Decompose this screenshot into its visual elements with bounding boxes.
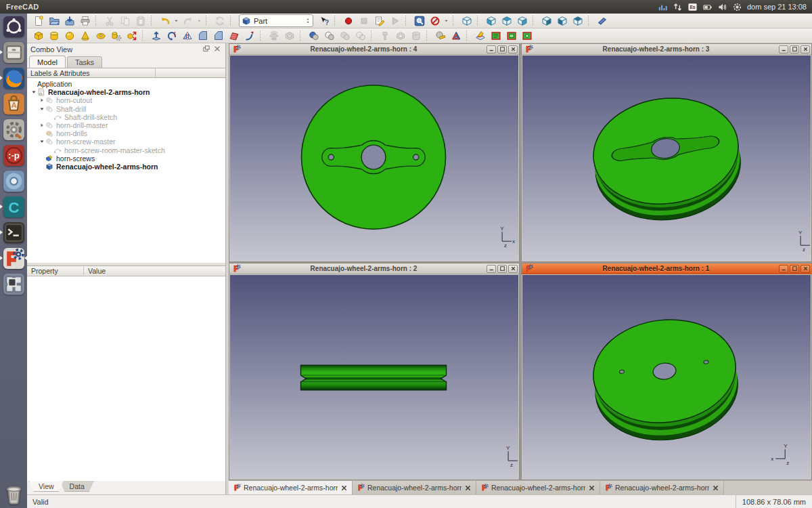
launcher-item-terminal-app[interactable] — [0, 219, 27, 245]
viewport-3d-front[interactable]: Y x z — [230, 56, 518, 261]
maximize-button[interactable] — [497, 45, 507, 54]
join-cutout-button[interactable] — [408, 29, 424, 43]
simple-copy-button[interactable] — [503, 29, 519, 43]
property-table-body[interactable] — [27, 277, 225, 481]
macro-play-button[interactable] — [387, 14, 403, 28]
tree-item-renacuajo-wheel-2-arms-horn[interactable]: Renacuajo-wheel-2-arms-horn — [27, 163, 225, 171]
launcher-item-files-app[interactable] — [0, 39, 27, 65]
launcher-item-dash-home[interactable] — [0, 14, 27, 39]
minimize-button[interactable] — [487, 265, 496, 273]
system-monitor-icon[interactable] — [658, 2, 668, 12]
macro-stop-button[interactable] — [356, 14, 371, 28]
primitive-sphere-button[interactable] — [62, 29, 77, 43]
tab-close-icon[interactable] — [712, 484, 719, 492]
document-tab-4[interactable]: Renacuajo-wheel-2-arms-horn : 4 — [600, 481, 724, 494]
document-tab-2[interactable]: Renacuajo-wheel-2-arms-horn : 2 — [353, 481, 476, 494]
refresh-button[interactable] — [212, 14, 227, 28]
minimize-button[interactable] — [779, 45, 788, 54]
shape-builder-button[interactable] — [124, 29, 139, 43]
tab-data[interactable]: Data — [60, 481, 94, 492]
document-tab-3[interactable]: Renacuajo-wheel-2-arms-horn : 3 — [476, 481, 600, 494]
macro-record-button[interactable] — [340, 14, 356, 28]
minimize-button[interactable] — [779, 265, 788, 273]
tree-collapsed-arrow-icon[interactable] — [38, 97, 45, 104]
sweep-button[interactable] — [242, 29, 257, 43]
tree-expanded-arrow-icon[interactable] — [38, 138, 45, 145]
tab-close-icon[interactable] — [588, 484, 595, 492]
loft-button[interactable] — [266, 29, 281, 43]
tree-item-shaft-drill-sketch[interactable]: Shaft-drill-sketch — [27, 113, 225, 121]
extrude-button[interactable] — [148, 29, 164, 43]
tree-collapsed-arrow-icon[interactable] — [38, 122, 45, 129]
offset-button[interactable] — [281, 29, 297, 43]
launcher-item-chat-app[interactable]: :-p — [0, 142, 27, 168]
new-document-button[interactable] — [30, 14, 46, 28]
redo-menu-icon[interactable] — [196, 14, 203, 28]
battery-icon[interactable] — [702, 2, 713, 12]
tab-close-icon[interactable] — [464, 484, 472, 492]
window-titlebar[interactable]: Renacuajo-wheel-2-arms-horn : 2 — [229, 263, 519, 274]
macro-edit-button[interactable] — [371, 14, 387, 28]
bool-cut-button[interactable] — [321, 29, 337, 43]
launcher-item-trash-app[interactable] — [0, 480, 27, 506]
launcher-item-settings-app[interactable] — [0, 117, 27, 142]
tab-view[interactable]: View — [29, 481, 64, 492]
maximize-button[interactable] — [497, 265, 507, 273]
launcher-item-freecad-app[interactable] — [0, 245, 27, 271]
chamfer-button[interactable] — [210, 29, 226, 43]
refine-shape-button[interactable] — [488, 29, 503, 43]
undo-menu-icon[interactable] — [173, 14, 180, 28]
boolean-button[interactable] — [306, 29, 321, 43]
tree-item-horn-screw-room-master-sketch[interactable]: horn-screw-room-master-sketch — [27, 146, 225, 154]
launcher-item-workspaces-app[interactable] — [0, 271, 27, 297]
view-top-button[interactable] — [499, 14, 514, 28]
clipping-plane-button[interactable] — [594, 14, 610, 28]
view-rear-button[interactable] — [539, 14, 554, 28]
redo-button[interactable] — [180, 14, 196, 28]
window-titlebar[interactable]: Renacuajo-wheel-2-arms-horn : 3 — [522, 44, 811, 55]
transformed-copy-button[interactable] — [519, 29, 535, 43]
whats-this-button[interactable]: ? — [316, 14, 332, 28]
tree-expanded-arrow-icon[interactable] — [38, 106, 45, 112]
maximize-button[interactable] — [790, 265, 799, 273]
close-button[interactable] — [800, 265, 810, 273]
window-titlebar-active[interactable]: Renacuajo-wheel-2-arms-horn : 1 — [522, 263, 811, 274]
copy-button[interactable] — [117, 14, 133, 28]
tab-tasks[interactable]: Tasks — [67, 56, 102, 68]
tree-item-horn-screw-master[interactable]: horn-screw-master — [27, 137, 225, 146]
viewport-3d-isometric-bottom[interactable]: x Y z — [522, 275, 811, 479]
primitive-cylinder-button[interactable] — [46, 29, 62, 43]
tree-item-horn-drill-master[interactable]: horn-drill-master — [27, 121, 225, 129]
launcher-item-firefox-app[interactable] — [0, 65, 27, 91]
launcher-item-software-center-app[interactable]: A — [0, 91, 27, 117]
primitives-dialog-button[interactable] — [108, 29, 124, 43]
ruled-surface-button[interactable] — [226, 29, 242, 43]
close-button[interactable] — [800, 45, 810, 54]
cut-button[interactable] — [102, 14, 117, 28]
keyboard-layout-indicator[interactable]: Es — [687, 2, 698, 12]
maximize-button[interactable] — [790, 45, 799, 54]
tab-model[interactable]: Model — [29, 56, 66, 68]
clock[interactable]: dom sep 21 13:08 — [747, 3, 807, 11]
bool-common-button[interactable] — [353, 29, 368, 43]
view-left-button[interactable] — [570, 14, 585, 28]
undo-button[interactable] — [157, 14, 173, 28]
combo-view-titlebar[interactable]: Combo View — [27, 43, 225, 55]
tree-item-horn-drills[interactable]: horn-drills — [27, 129, 225, 137]
close-button[interactable] — [508, 265, 518, 273]
check-geometry-button[interactable] — [432, 29, 448, 43]
document-tab-1[interactable]: Renacuajo-wheel-2-arms-horn : 1 — [229, 481, 353, 494]
print-document-button[interactable] — [77, 14, 93, 28]
view-bottom-button[interactable] — [554, 14, 570, 28]
paste-button[interactable] — [133, 14, 148, 28]
tree-item-horn-cutout[interactable]: horn-cutout — [27, 96, 225, 104]
viewport-3d-side[interactable]: Y x z — [230, 275, 518, 479]
join-connect-button[interactable] — [377, 29, 392, 43]
workbench-spinner-icon[interactable] — [304, 16, 311, 25]
draw-style-menu-icon[interactable] — [443, 14, 450, 28]
mirror-button[interactable] — [179, 29, 195, 43]
launcher-item-c-app[interactable]: C — [0, 194, 27, 219]
close-button[interactable] — [508, 45, 518, 54]
primitive-box-button[interactable] — [30, 29, 46, 43]
tree-item-shaft-drill[interactable]: Shaft-drill — [27, 105, 225, 113]
